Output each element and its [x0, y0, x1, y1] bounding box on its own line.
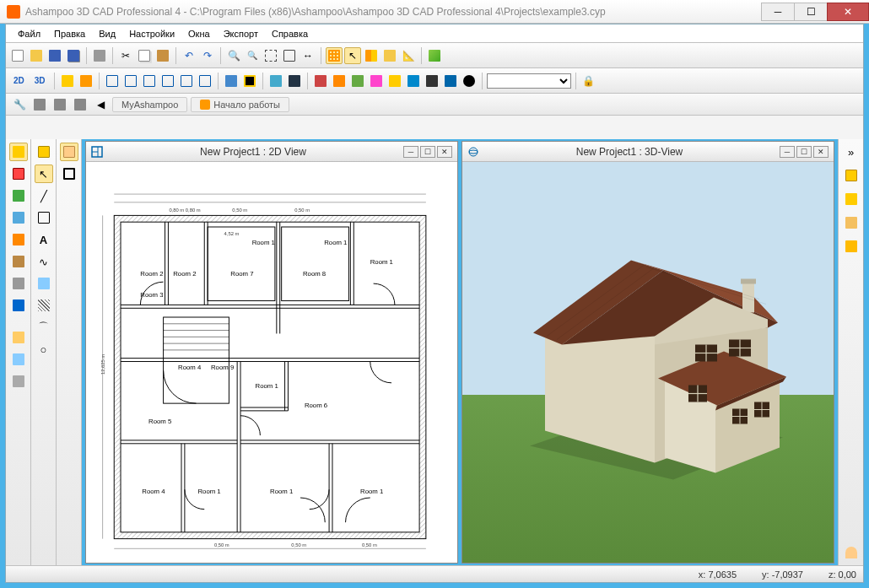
copy-icon[interactable] — [136, 47, 153, 64]
print-icon[interactable] — [91, 47, 108, 64]
ruler-icon[interactable] — [363, 47, 380, 64]
expand-icon[interactable]: » — [842, 143, 861, 161]
menu-file[interactable]: Файл — [11, 27, 47, 40]
layout-5-icon[interactable] — [178, 73, 195, 89]
zoom-fit-icon[interactable] — [262, 47, 279, 64]
menu-settings[interactable]: Настройки — [122, 27, 181, 40]
view-a-icon[interactable] — [267, 73, 284, 89]
tool-6-icon[interactable] — [405, 73, 422, 89]
circle-icon[interactable]: ○ — [35, 340, 53, 359]
tool-7-icon[interactable] — [424, 73, 440, 89]
mode-2d[interactable]: 2D — [9, 73, 29, 89]
outline-icon[interactable] — [60, 143, 78, 161]
view-house-icon[interactable] — [59, 73, 76, 89]
prev-icon[interactable]: ◀ — [92, 96, 109, 113]
close-button[interactable]: ✕ — [827, 3, 869, 21]
measure-icon[interactable]: 📐 — [400, 47, 417, 64]
catalog-icon[interactable] — [842, 166, 861, 185]
tool-3-icon[interactable] — [349, 73, 366, 89]
roof-tool-icon[interactable] — [9, 274, 28, 293]
saveas-icon[interactable] — [65, 47, 82, 64]
zoom-window-icon[interactable] — [281, 47, 298, 64]
tool-4-icon[interactable] — [368, 73, 385, 89]
menu-export[interactable]: Экспорт — [217, 27, 265, 40]
stair-tool-icon[interactable] — [9, 252, 28, 271]
door-tool-icon[interactable] — [9, 208, 28, 227]
tool-9-icon[interactable] — [461, 73, 478, 89]
tool-1-icon[interactable] — [312, 73, 329, 89]
new-icon[interactable] — [9, 47, 26, 64]
layout-3-icon[interactable] — [141, 73, 158, 89]
minimize-button[interactable]: ─ — [761, 3, 795, 21]
poly-icon[interactable] — [35, 274, 53, 293]
line-icon[interactable]: ╱ — [35, 186, 53, 205]
tool-8-icon[interactable] — [442, 73, 459, 89]
mode-3d[interactable]: 3D — [30, 73, 50, 89]
snap-icon[interactable] — [381, 47, 398, 64]
lock-icon[interactable]: 🔒 — [580, 73, 597, 89]
doc-maximize-button[interactable]: ☐ — [796, 146, 812, 158]
dimension-tool-icon[interactable] — [9, 372, 28, 391]
sub-building-icon[interactable] — [35, 143, 53, 161]
open-icon[interactable] — [28, 47, 45, 64]
tool-5-icon[interactable] — [386, 73, 403, 89]
text-icon[interactable]: A — [35, 230, 53, 249]
perspective-icon[interactable] — [241, 73, 258, 89]
paste-icon[interactable] — [154, 47, 171, 64]
save-icon[interactable] — [46, 47, 63, 64]
window-tool-icon[interactable] — [9, 230, 28, 249]
tab-myashampoo[interactable]: MyAshampoo — [112, 97, 187, 112]
person-icon[interactable] — [842, 543, 861, 562]
wrench-icon[interactable]: 🔧 — [11, 96, 28, 113]
menu-help[interactable]: Справка — [265, 27, 315, 40]
config-3-icon[interactable] — [72, 96, 89, 113]
select-icon[interactable]: ↖ — [35, 165, 53, 183]
tab-start[interactable]: Начало работы — [191, 97, 289, 112]
layout-6-icon[interactable] — [197, 73, 213, 89]
grid-icon[interactable] — [326, 47, 343, 64]
undo-icon[interactable]: ↶ — [181, 47, 197, 64]
folder-tool-icon[interactable] — [9, 328, 28, 347]
cube-icon[interactable] — [223, 73, 240, 89]
curve-icon[interactable]: ∿ — [35, 252, 53, 271]
layout-2-icon[interactable] — [122, 73, 139, 89]
terrain-tool-icon[interactable] — [9, 296, 28, 315]
layout-1-icon[interactable] — [104, 73, 121, 89]
catalog2-icon[interactable] — [842, 190, 861, 208]
config-2-icon[interactable] — [51, 96, 68, 113]
doc-close-button[interactable]: ✕ — [437, 146, 452, 158]
arc-icon[interactable]: ⌒ — [35, 318, 53, 337]
maximize-button[interactable]: ☐ — [794, 3, 828, 21]
hatch-icon[interactable] — [35, 296, 53, 315]
zoom-in-icon[interactable]: 🔍 — [225, 47, 242, 64]
view-b-icon[interactable] — [286, 73, 303, 89]
doc-minimize-button[interactable]: ─ — [780, 146, 795, 158]
tool-2-icon[interactable] — [331, 73, 348, 89]
doc-minimize-button[interactable]: ─ — [403, 146, 418, 158]
wall-tool-icon[interactable] — [9, 165, 28, 183]
layout-4-icon[interactable] — [159, 73, 176, 89]
menu-windows[interactable]: Окна — [181, 27, 217, 40]
cursor-icon[interactable]: ↖ — [344, 47, 361, 64]
edit-tool-icon[interactable] — [9, 350, 28, 369]
cut-icon[interactable]: ✂ — [117, 47, 134, 64]
layers-icon[interactable] — [426, 47, 443, 64]
building-tool-icon[interactable] — [9, 143, 28, 161]
redo-icon[interactable]: ↷ — [199, 47, 216, 64]
doc-close-button[interactable]: ✕ — [813, 146, 829, 158]
scale-select[interactable] — [487, 73, 571, 89]
config-1-icon[interactable] — [31, 96, 48, 113]
square-icon[interactable] — [60, 165, 78, 183]
zoom-out-icon[interactable]: 🔍 — [244, 47, 261, 64]
menu-view[interactable]: Вид — [92, 27, 122, 40]
rect-icon[interactable] — [35, 208, 53, 227]
doc-maximize-button[interactable]: ☐ — [420, 146, 435, 158]
view-floor-icon[interactable] — [78, 73, 94, 89]
view-3d-canvas[interactable] — [462, 162, 834, 563]
menu-edit[interactable]: Правка — [47, 27, 92, 40]
view-2d-canvas[interactable]: Room 2 Room 2 Room 7 Room 8 Room 1 Room … — [86, 162, 457, 563]
folder-icon[interactable] — [842, 213, 861, 232]
tag-icon[interactable] — [842, 237, 861, 256]
pan-icon[interactable]: ↔ — [300, 47, 316, 64]
room-tool-icon[interactable] — [9, 186, 28, 205]
